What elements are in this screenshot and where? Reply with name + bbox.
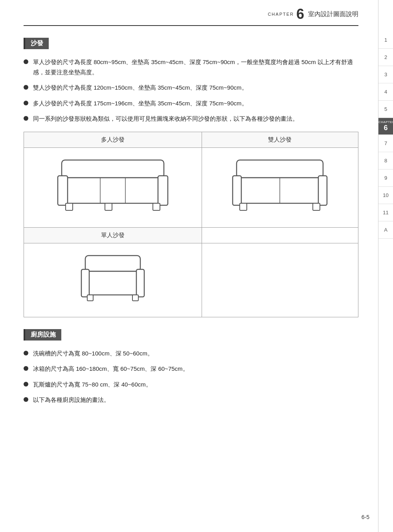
sidebar-num-7[interactable]: 7 bbox=[378, 135, 393, 152]
sidebar-num-6-active[interactable]: chapter 6 bbox=[378, 118, 393, 135]
sidebar-num-10[interactable]: 10 bbox=[378, 187, 393, 204]
bullet-text: 冰箱的尺寸為高 160~180cm、寬 60~75cm、深 60~75cm。 bbox=[33, 364, 189, 374]
table-cell-multi-sofa-drawing bbox=[24, 147, 202, 227]
svg-rect-17 bbox=[85, 271, 140, 295]
bullet-text: 雙人沙發的尺寸為長度 120cm~150cm、坐墊高 35cm~45cm、深度 … bbox=[33, 83, 248, 93]
list-item: 以下為各種廚房設施的畫法。 bbox=[24, 395, 358, 405]
bullet-text: 同一系列的沙發形狀較為類似，可以使用可見性圖塊來收納不同沙發的形狀，以下為各種沙… bbox=[33, 114, 298, 124]
sofa-bullet-list: 單人沙發的尺寸為長度 80cm~95cm、坐墊高 35cm~45cm、深度 75… bbox=[24, 57, 358, 124]
page-header: CHAPTER 6 室內設計圖面說明 bbox=[24, 0, 358, 26]
svg-rect-19 bbox=[136, 269, 144, 297]
svg-rect-11 bbox=[233, 176, 241, 205]
table-cell-single-sofa-drawing bbox=[24, 243, 202, 317]
bullet-text: 以下為各種廚房設施的畫法。 bbox=[33, 395, 110, 405]
table-cell-single-sofa-empty bbox=[202, 227, 358, 243]
svg-rect-8 bbox=[153, 203, 160, 210]
sidebar-num-8[interactable]: 8 bbox=[378, 152, 393, 169]
bullet-dot bbox=[24, 59, 28, 64]
sidebar-chapter-label: chapter bbox=[378, 120, 393, 124]
list-item: 同一系列的沙發形狀較為類似，可以使用可見性圖塊來收納不同沙發的形狀，以下為各種沙… bbox=[24, 114, 358, 124]
list-item: 雙人沙發的尺寸為長度 120cm~150cm、坐墊高 35cm~45cm、深度 … bbox=[24, 83, 358, 93]
kitchen-bullet-list: 洗碗槽的尺寸為寬 80~100cm、深 50~60cm。 冰箱的尺寸為高 160… bbox=[24, 348, 358, 405]
sidebar-num-9[interactable]: 9 bbox=[378, 169, 393, 187]
bullet-dot bbox=[24, 85, 28, 90]
bullet-text: 單人沙發的尺寸為長度 80cm~95cm、坐墊高 35cm~45cm、深度 75… bbox=[33, 57, 358, 77]
kitchen-section: 廚房設施 洗碗槽的尺寸為寬 80~100cm、深 50~60cm。 冰箱的尺寸為… bbox=[24, 329, 358, 405]
multi-sofa-svg bbox=[54, 154, 172, 221]
bullet-dot bbox=[24, 351, 28, 355]
sofa-section: 沙發 單人沙發的尺寸為長度 80cm~95cm、坐墊高 35cm~45cm、深度… bbox=[24, 38, 358, 317]
sidebar-num-3[interactable]: 3 bbox=[378, 66, 393, 83]
kitchen-section-title: 廚房設施 bbox=[24, 329, 61, 341]
sidebar-num-11[interactable]: 11 bbox=[378, 204, 393, 221]
list-item: 單人沙發的尺寸為長度 80cm~95cm、坐墊高 35cm~45cm、深度 75… bbox=[24, 57, 358, 77]
svg-rect-7 bbox=[105, 203, 112, 210]
svg-rect-14 bbox=[240, 203, 247, 210]
sofa-section-title: 沙發 bbox=[24, 38, 49, 49]
sidebar-num-A[interactable]: A bbox=[378, 221, 393, 239]
bullet-dot bbox=[24, 397, 28, 402]
page-number: 6-5 bbox=[362, 514, 369, 520]
sidebar-num-2[interactable]: 2 bbox=[378, 49, 393, 66]
bullet-text: 瓦斯爐的尺寸為寬 75~80 cm、深 40~60cm。 bbox=[33, 379, 152, 390]
header-chapter-label: CHAPTER bbox=[268, 12, 294, 17]
svg-rect-12 bbox=[318, 176, 327, 205]
svg-rect-2 bbox=[58, 176, 68, 205]
svg-rect-18 bbox=[81, 269, 89, 297]
svg-rect-16 bbox=[85, 256, 140, 271]
svg-rect-0 bbox=[62, 160, 164, 178]
sidebar-num-4[interactable]: 4 bbox=[378, 83, 393, 101]
list-item: 多人沙發的尺寸為長度 175cm~196cm、坐墊高 35cm~45cm、深度 … bbox=[24, 98, 358, 109]
bullet-text: 多人沙發的尺寸為長度 175cm~196cm、坐墊高 35cm~45cm、深度 … bbox=[33, 98, 248, 109]
double-sofa-svg bbox=[229, 154, 331, 221]
sofa-table: 多人沙發 雙人沙發 bbox=[24, 132, 358, 317]
svg-rect-3 bbox=[158, 176, 168, 205]
svg-rect-15 bbox=[313, 203, 320, 210]
bullet-dot bbox=[24, 382, 28, 387]
table-header-single-sofa: 單人沙發 bbox=[24, 227, 202, 243]
svg-rect-21 bbox=[132, 295, 138, 301]
header-chapter-num: 6 bbox=[296, 7, 304, 21]
svg-rect-6 bbox=[66, 203, 73, 210]
svg-rect-9 bbox=[237, 160, 323, 178]
bullet-dot bbox=[24, 116, 28, 121]
sidebar-num-5[interactable]: 5 bbox=[378, 101, 393, 118]
single-sofa-svg bbox=[77, 250, 148, 311]
list-item: 冰箱的尺寸為高 160~180cm、寬 60~75cm、深 60~75cm。 bbox=[24, 364, 358, 374]
sidebar-num-1[interactable]: 1 bbox=[378, 31, 393, 49]
header-title: 室內設計圖面說明 bbox=[308, 10, 358, 18]
bullet-dot bbox=[24, 101, 28, 105]
table-header-multi-sofa: 多人沙發 bbox=[24, 132, 202, 147]
table-cell-single-sofa-empty2 bbox=[202, 243, 358, 317]
bullet-text: 洗碗槽的尺寸為寬 80~100cm、深 50~60cm。 bbox=[33, 348, 153, 359]
svg-rect-1 bbox=[62, 178, 164, 203]
main-content: CHAPTER 6 室內設計圖面說明 沙發 單人沙發的尺寸為長度 80cm~95… bbox=[0, 0, 378, 532]
table-header-double-sofa: 雙人沙發 bbox=[202, 132, 358, 147]
list-item: 瓦斯爐的尺寸為寬 75~80 cm、深 40~60cm。 bbox=[24, 379, 358, 390]
chapter-sidebar: 1 2 3 4 5 chapter 6 7 8 9 10 11 A bbox=[378, 0, 393, 532]
bullet-dot bbox=[24, 366, 28, 371]
sidebar-chapter-num: 6 bbox=[378, 124, 393, 132]
list-item: 洗碗槽的尺寸為寬 80~100cm、深 50~60cm。 bbox=[24, 348, 358, 359]
svg-rect-20 bbox=[87, 295, 93, 301]
table-cell-double-sofa-drawing bbox=[202, 147, 358, 227]
